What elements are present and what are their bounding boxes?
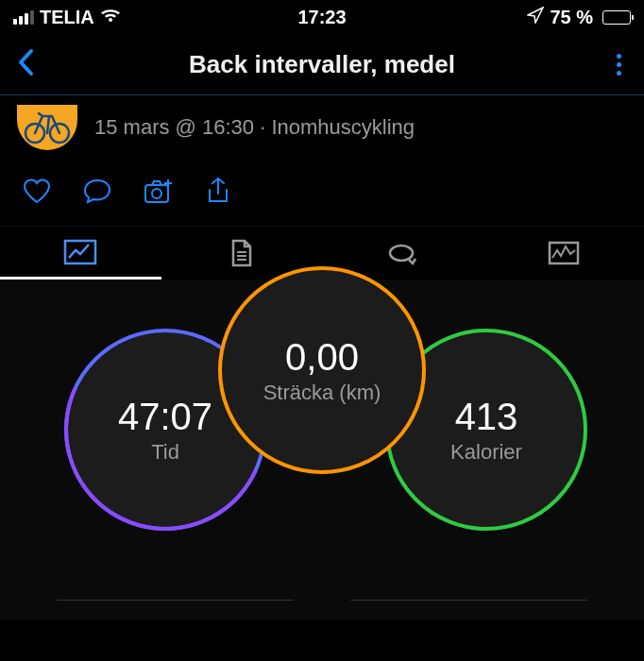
- chart-icon: [548, 241, 580, 265]
- loop-icon: [386, 241, 418, 265]
- tab-charts[interactable]: [483, 227, 645, 280]
- heart-icon: [23, 178, 51, 204]
- share-button[interactable]: [206, 177, 230, 209]
- share-icon: [206, 177, 230, 205]
- svg-point-3: [152, 189, 161, 198]
- nav-bar: Back intervaller, medel: [0, 34, 644, 94]
- svg-rect-5: [550, 243, 578, 263]
- status-time: 17:23: [297, 7, 346, 28]
- tab-overview[interactable]: [0, 227, 161, 280]
- comment-button[interactable]: [83, 178, 111, 208]
- camera-plus-icon: [144, 178, 174, 204]
- overview-icon: [63, 239, 97, 265]
- metric-time-label: Tid: [151, 440, 179, 465]
- metric-time-value: 47:07: [118, 396, 212, 438]
- page-title: Back intervaller, medel: [189, 50, 455, 79]
- photo-button[interactable]: [144, 178, 174, 208]
- carrier-label: TELIA: [40, 7, 94, 28]
- like-button[interactable]: [23, 178, 51, 208]
- svg-rect-2: [145, 185, 168, 202]
- status-right: 75 %: [527, 7, 631, 28]
- document-icon: [229, 239, 254, 267]
- status-left: TELIA: [13, 7, 121, 28]
- svg-rect-4: [65, 241, 95, 263]
- metrics-panel: 47:07 Tid 413 Kalorier 0,00 Sträcka (km): [0, 280, 644, 619]
- location-icon: [527, 7, 544, 28]
- activity-meta: 15 mars @ 16:30 · Inomhuscykling: [94, 115, 415, 140]
- metric-dividers: [57, 600, 587, 601]
- wifi-icon: [100, 7, 121, 28]
- signal-icon: [13, 10, 34, 25]
- back-button[interactable]: [17, 48, 36, 80]
- bicycle-icon: [24, 110, 71, 144]
- activity-avatar[interactable]: [17, 105, 77, 150]
- metric-calories-label: Kalorier: [450, 440, 522, 465]
- metric-distance[interactable]: 0,00 Sträcka (km): [218, 266, 426, 474]
- activity-header: 15 mars @ 16:30 · Inomhuscykling: [0, 94, 644, 163]
- more-button[interactable]: [611, 48, 627, 81]
- action-row: [0, 163, 644, 226]
- metric-distance-label: Sträcka (km): [263, 381, 381, 405]
- comment-icon: [83, 178, 111, 204]
- status-bar: TELIA 17:23 75 %: [0, 0, 644, 34]
- battery-icon: [599, 10, 631, 25]
- battery-percent: 75 %: [550, 7, 593, 28]
- metric-distance-value: 0,00: [285, 336, 359, 379]
- metric-calories-value: 413: [455, 396, 518, 438]
